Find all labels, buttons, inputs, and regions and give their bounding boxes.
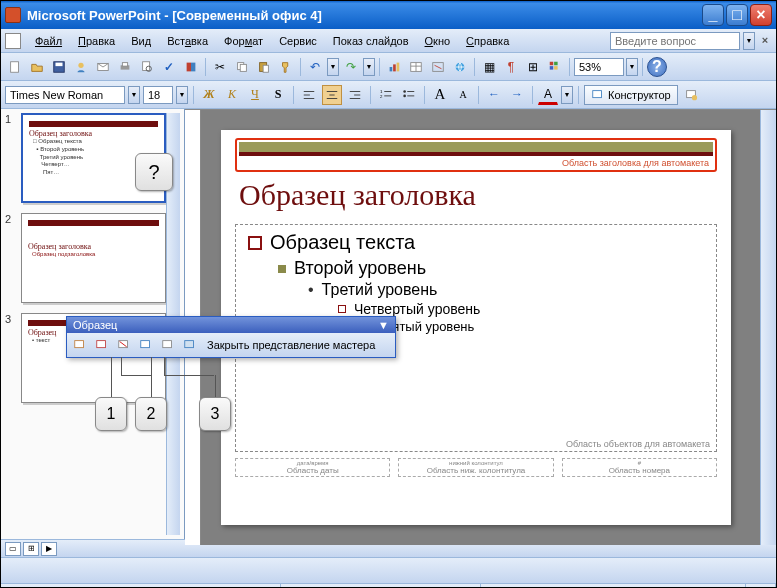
master-toolbar-dropdown-icon[interactable]: ▼ [378, 319, 389, 331]
research-button[interactable] [181, 57, 201, 77]
slideshow-view-button[interactable]: ▶ [41, 542, 57, 556]
font-dropdown[interactable]: ▼ [128, 86, 140, 104]
print-preview-button[interactable] [137, 57, 157, 77]
menu-help[interactable]: Справка [458, 33, 517, 49]
insert-slide-master-button[interactable] [71, 336, 89, 354]
number-placeholder[interactable]: #Область номера [562, 458, 717, 477]
shadow-button[interactable]: S [268, 85, 288, 105]
svg-rect-2 [56, 62, 63, 66]
maximize-button[interactable]: □ [726, 4, 748, 26]
underline-button[interactable]: Ч [245, 85, 265, 105]
svg-rect-47 [75, 341, 84, 348]
tables-borders-button[interactable] [428, 57, 448, 77]
font-input[interactable] [5, 86, 125, 104]
insert-chart-button[interactable] [384, 57, 404, 77]
master-toolbar-titlebar[interactable]: Образец ▼ [67, 317, 395, 333]
numbering-button[interactable]: 12 [376, 85, 396, 105]
close-button[interactable]: × [750, 4, 772, 26]
font-color-button[interactable]: A [538, 85, 558, 105]
status-language[interactable]: русский (Россия) [481, 584, 746, 588]
cut-button[interactable]: ✂ [210, 57, 230, 77]
format-painter-button[interactable] [276, 57, 296, 77]
svg-rect-10 [191, 62, 195, 71]
menu-insert[interactable]: Вставка [159, 33, 216, 49]
insert-hyperlink-button[interactable] [450, 57, 470, 77]
outline-level-3[interactable]: Третий уровень [308, 281, 704, 299]
outline-level-4[interactable]: Четвертый уровень [338, 301, 704, 317]
status-spellcheck-icon[interactable] [746, 584, 776, 588]
spelling-button[interactable]: ✓ [159, 57, 179, 77]
undo-dropdown[interactable]: ▼ [327, 58, 339, 76]
menu-edit[interactable]: Правка [70, 33, 123, 49]
svg-rect-17 [397, 62, 400, 71]
date-placeholder[interactable]: дата/времяОбласть даты [235, 458, 390, 477]
thumbnail-2[interactable]: 2 Образец заголовка Образец подзаголовка [5, 213, 166, 303]
save-button[interactable] [49, 57, 69, 77]
outline-level-2[interactable]: Второй уровень [278, 258, 704, 279]
decrease-indent-button[interactable]: ← [484, 85, 504, 105]
bold-button[interactable]: Ж [199, 85, 219, 105]
paste-button[interactable] [254, 57, 274, 77]
menu-file[interactable]: Файл [27, 33, 70, 49]
open-button[interactable] [27, 57, 47, 77]
font-size-input[interactable] [143, 86, 173, 104]
bullets-button[interactable] [399, 85, 419, 105]
document-close-button[interactable]: × [758, 34, 772, 48]
insert-title-master-button[interactable] [93, 336, 111, 354]
footer-placeholder[interactable]: нижний колонтитулОбласть ниж. колонтитул… [398, 458, 553, 477]
outline-level-1[interactable]: Образец текста [248, 231, 704, 254]
new-slide-button[interactable] [681, 85, 701, 105]
align-right-button[interactable] [345, 85, 365, 105]
menu-tools[interactable]: Сервис [271, 33, 325, 49]
body-placeholder-label: Область объектов для автомакета [566, 439, 710, 449]
document-icon[interactable] [5, 33, 21, 49]
menu-format[interactable]: Формат [216, 33, 271, 49]
master-layout-button[interactable] [181, 336, 199, 354]
close-master-view-button[interactable]: Закрыть представление мастера [203, 338, 379, 352]
help-search-input[interactable] [610, 32, 740, 50]
callout-1: 1 [95, 397, 127, 431]
preserve-master-button[interactable] [137, 336, 155, 354]
font-color-dropdown[interactable]: ▼ [561, 86, 573, 104]
expand-all-button[interactable]: ▦ [479, 57, 499, 77]
copy-button[interactable] [232, 57, 252, 77]
show-grid-button[interactable]: ⊞ [523, 57, 543, 77]
normal-view-button[interactable]: ▭ [5, 542, 21, 556]
insert-table-button[interactable] [406, 57, 426, 77]
redo-dropdown[interactable]: ▼ [363, 58, 375, 76]
align-center-button[interactable] [322, 85, 342, 105]
outline-level-5[interactable]: Пятый уровень [368, 319, 704, 334]
italic-button[interactable]: К [222, 85, 242, 105]
zoom-dropdown[interactable]: ▼ [626, 58, 638, 76]
menu-view[interactable]: Вид [123, 33, 159, 49]
sorter-view-button[interactable]: ⊞ [23, 542, 39, 556]
master-toolbar[interactable]: Образец ▼ Закрыть представление мастера [66, 316, 396, 358]
align-left-button[interactable] [299, 85, 319, 105]
menu-window[interactable]: Окно [417, 33, 459, 49]
vertical-scrollbar[interactable] [760, 110, 776, 545]
help-button[interactable]: ? [647, 57, 667, 77]
email-button[interactable] [93, 57, 113, 77]
designer-button[interactable]: Конструктор [584, 85, 678, 105]
font-size-dropdown[interactable]: ▼ [176, 86, 188, 104]
color-button[interactable] [545, 57, 565, 77]
rename-master-button[interactable] [159, 336, 177, 354]
print-button[interactable] [115, 57, 135, 77]
help-dropdown-button[interactable]: ▼ [743, 32, 755, 50]
redo-button[interactable]: ↷ [341, 57, 361, 77]
permissions-button[interactable] [71, 57, 91, 77]
undo-button[interactable]: ↶ [305, 57, 325, 77]
new-button[interactable] [5, 57, 25, 77]
increase-indent-button[interactable]: → [507, 85, 527, 105]
title-placeholder[interactable]: Область заголовка для автомакета [235, 138, 717, 172]
menu-slideshow[interactable]: Показ слайдов [325, 33, 417, 49]
minimize-button[interactable]: _ [702, 4, 724, 26]
delete-master-button[interactable] [115, 336, 133, 354]
slide-title[interactable]: Образец заголовка [239, 178, 713, 212]
decrease-font-button[interactable]: A [453, 85, 473, 105]
increase-font-button[interactable]: A [430, 85, 450, 105]
status-slide-info: Образец слайдов [1, 584, 281, 588]
zoom-input[interactable] [574, 58, 624, 76]
window-title: Microsoft PowerPoint - [Современный офис… [27, 8, 702, 23]
show-formatting-button[interactable]: ¶ [501, 57, 521, 77]
